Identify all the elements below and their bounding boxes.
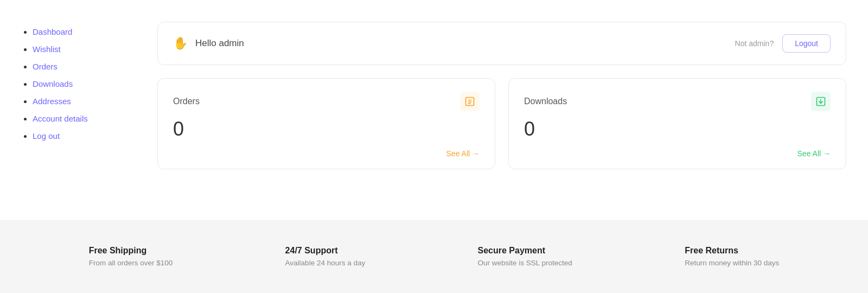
- feature-free-shipping: Free Shipping From all orders over $100: [89, 246, 173, 267]
- logout-button[interactable]: Logout: [782, 34, 831, 53]
- sidebar-link-addresses[interactable]: Addresses: [33, 97, 71, 106]
- sidebar-link-orders[interactable]: Orders: [33, 62, 58, 71]
- feature-free-shipping-title: Free Shipping: [89, 246, 173, 256]
- feature-secure-payment: Secure Payment Our website is SSL protec…: [478, 246, 572, 267]
- feature-free-shipping-desc: From all orders over $100: [89, 259, 173, 267]
- sidebar-item-dashboard: Dashboard: [33, 27, 130, 37]
- downloads-count: 0: [524, 118, 831, 141]
- content-area: ✋ Hello admin Not admin? Logout Orders: [152, 16, 868, 203]
- downloads-title: Downloads: [524, 97, 567, 106]
- sidebar-item-addresses: Addresses: [33, 97, 130, 106]
- main-content: Dashboard Wishlist Orders Downloads Addr…: [0, 0, 868, 220]
- orders-see-all-wrapper: See All →: [173, 149, 480, 158]
- feature-secure-payment-title: Secure Payment: [478, 246, 572, 256]
- feature-support: 24/7 Support Available 24 hours a day: [285, 246, 366, 267]
- hello-left: ✋ Hello admin: [173, 36, 244, 50]
- sidebar: Dashboard Wishlist Orders Downloads Addr…: [0, 16, 152, 203]
- feature-secure-payment-desc: Our website is SSL protected: [478, 259, 572, 267]
- sidebar-item-account-details: Account details: [33, 114, 130, 124]
- footer-banner: Free Shipping From all orders over $100 …: [0, 220, 868, 293]
- sidebar-nav-list: Dashboard Wishlist Orders Downloads Addr…: [22, 27, 130, 141]
- feature-free-returns-title: Free Returns: [685, 246, 779, 256]
- wave-icon: ✋: [173, 36, 188, 50]
- orders-title: Orders: [173, 97, 200, 106]
- sidebar-link-account-details[interactable]: Account details: [33, 114, 88, 123]
- sidebar-item-downloads: Downloads: [33, 79, 130, 89]
- downloads-card-header: Downloads: [524, 92, 831, 111]
- not-admin-text: Not admin?: [735, 39, 774, 48]
- orders-card-header: Orders: [173, 92, 480, 111]
- page-wrapper: Dashboard Wishlist Orders Downloads Addr…: [0, 0, 868, 293]
- sidebar-item-logout: Log out: [33, 131, 130, 141]
- orders-count: 0: [173, 118, 480, 141]
- sidebar-item-orders: Orders: [33, 62, 130, 72]
- hello-right: Not admin? Logout: [735, 34, 831, 53]
- feature-support-desc: Available 24 hours a day: [285, 259, 366, 267]
- orders-see-all-link[interactable]: See All →: [446, 149, 480, 158]
- hello-card: ✋ Hello admin Not admin? Logout: [157, 22, 846, 65]
- feature-free-returns-desc: Return money within 30 days: [685, 259, 779, 267]
- stats-row: Orders 0 See All → Do: [157, 78, 846, 169]
- downloads-card: Downloads 0 See All →: [508, 78, 846, 169]
- downloads-icon: [811, 92, 831, 111]
- sidebar-link-wishlist[interactable]: Wishlist: [33, 44, 61, 54]
- downloads-see-all-wrapper: See All →: [524, 149, 831, 158]
- sidebar-link-logout[interactable]: Log out: [33, 131, 60, 141]
- feature-support-title: 24/7 Support: [285, 246, 366, 256]
- sidebar-item-wishlist: Wishlist: [33, 44, 130, 54]
- feature-free-returns: Free Returns Return money within 30 days: [685, 246, 779, 267]
- orders-icon: [460, 92, 480, 111]
- sidebar-link-dashboard[interactable]: Dashboard: [33, 27, 72, 36]
- hello-text: Hello admin: [195, 38, 244, 49]
- downloads-see-all-link[interactable]: See All →: [797, 149, 831, 158]
- sidebar-link-downloads[interactable]: Downloads: [33, 79, 73, 88]
- orders-card: Orders 0 See All →: [157, 78, 495, 169]
